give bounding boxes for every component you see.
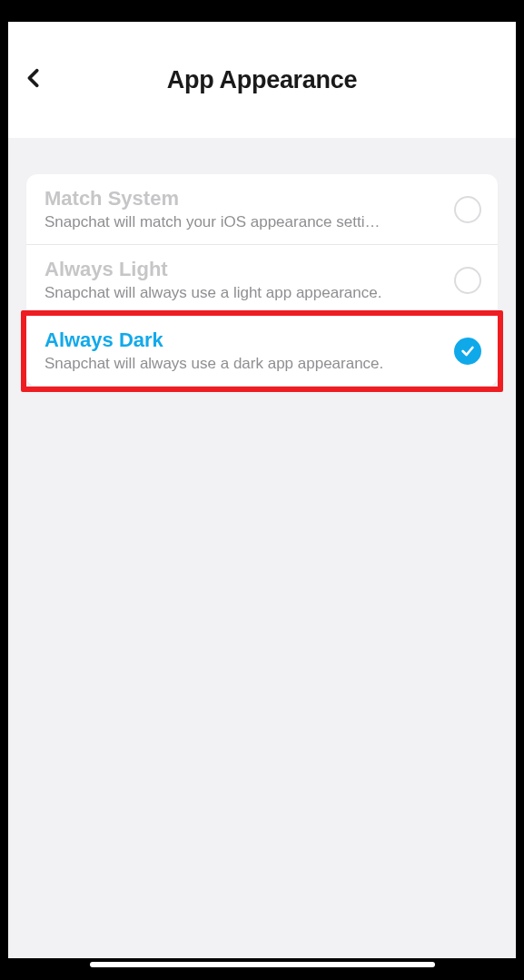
header: App Appearance	[8, 22, 516, 138]
radio-checked-icon	[454, 338, 481, 365]
option-subtitle: Snapchat will always use a dark app appe…	[44, 355, 434, 373]
home-indicator[interactable]	[90, 962, 435, 967]
page-title: App Appearance	[167, 66, 357, 94]
option-title: Match System	[44, 187, 434, 211]
option-title: Always Light	[44, 258, 434, 281]
option-title: Always Dark	[44, 328, 434, 352]
radio-unchecked-icon	[454, 196, 481, 223]
device-frame: App Appearance Match System Snapchat wil…	[8, 22, 516, 958]
option-always-dark[interactable]: Always Dark Snapchat will always use a d…	[26, 316, 498, 387]
chevron-left-icon	[24, 65, 44, 94]
option-match-system[interactable]: Match System Snapchat will match your iO…	[26, 174, 498, 245]
radio-unchecked-icon	[454, 267, 481, 294]
appearance-options-card: Match System Snapchat will match your iO…	[26, 174, 498, 387]
back-button[interactable]	[17, 64, 50, 96]
option-subtitle: Snapchat will always use a light app app…	[44, 284, 434, 302]
content-area: Match System Snapchat will match your iO…	[8, 138, 516, 958]
option-subtitle: Snapchat will match your iOS appearance …	[44, 213, 434, 231]
option-always-light[interactable]: Always Light Snapchat will always use a …	[26, 245, 498, 316]
